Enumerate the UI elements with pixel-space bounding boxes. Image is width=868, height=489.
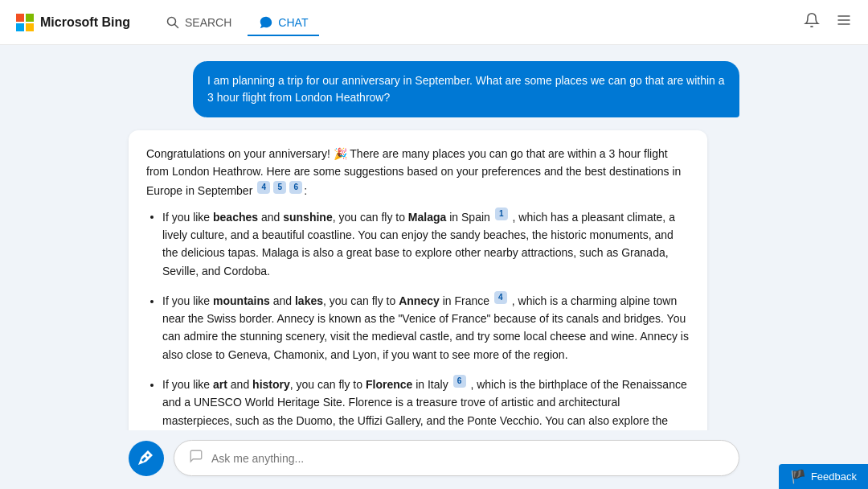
bold-art: art — [213, 378, 227, 391]
list-item-florence: If you like art and history, you can fly… — [162, 375, 690, 430]
header: Microsoft Bing SEARCH CHAT — [0, 0, 868, 45]
broom-icon — [137, 449, 156, 468]
bold-florence: Florence — [366, 378, 412, 391]
bottom-input-bar — [0, 430, 868, 489]
user-message-bubble: I am planning a trip for our anniversary… — [193, 61, 739, 117]
chat-text-input[interactable] — [211, 452, 724, 465]
chat-input-box[interactable] — [174, 440, 739, 476]
nav-chat[interactable]: CHAT — [248, 9, 319, 36]
destinations-list: If you like beaches and sunshine, you ca… — [162, 208, 690, 430]
search-nav-icon — [166, 15, 180, 30]
notification-bell-icon[interactable] — [804, 12, 820, 32]
list-item-malaga: If you like beaches and sunshine, you ca… — [162, 208, 690, 280]
header-right — [804, 12, 852, 32]
citation-4[interactable]: 4 — [257, 181, 270, 194]
citation-4b[interactable]: 4 — [494, 291, 507, 304]
bold-history: history — [252, 378, 290, 391]
bold-sunshine: sunshine — [283, 210, 332, 223]
flag-icon: 🏴 — [790, 469, 806, 484]
nav: SEARCH CHAT — [154, 9, 319, 36]
feedback-button[interactable]: 🏴 Feedback — [779, 464, 868, 489]
hamburger-menu-icon[interactable] — [836, 12, 852, 32]
bold-annecy: Annecy — [399, 294, 440, 307]
chat-nav-icon — [259, 15, 273, 30]
search-nav-label: SEARCH — [185, 16, 231, 29]
citation-1[interactable]: 1 — [495, 208, 508, 220]
bing-avatar — [129, 441, 164, 476]
citation-6[interactable]: 6 — [289, 181, 302, 194]
chat-area: I am planning a trip for our anniversary… — [0, 61, 868, 430]
bold-mountains: mountains — [213, 294, 270, 307]
logo-area: Microsoft Bing — [16, 14, 130, 31]
bold-lakes: lakes — [295, 294, 323, 307]
svg-line-1 — [175, 24, 178, 27]
list-item-annecy: If you like mountains and lakes, you can… — [162, 291, 690, 364]
bot-intro: Congratulations on your anniversary! 🎉 T… — [146, 145, 690, 199]
intro-colon: : — [304, 183, 307, 196]
nav-search[interactable]: SEARCH — [154, 9, 243, 36]
user-message-text: I am planning a trip for our anniversary… — [207, 74, 725, 104]
bot-intro-text: Congratulations on your anniversary! 🎉 T… — [146, 147, 681, 196]
microsoft-logo — [16, 14, 34, 31]
citation-6b[interactable]: 6 — [453, 375, 466, 388]
citation-5[interactable]: 5 — [273, 181, 286, 194]
bot-message-bubble: Congratulations on your anniversary! 🎉 T… — [129, 130, 707, 430]
chat-bubble-icon — [189, 449, 203, 467]
feedback-label: Feedback — [811, 471, 857, 483]
bold-beaches: beaches — [213, 210, 258, 223]
chat-nav-label: CHAT — [278, 16, 308, 29]
main-area: I am planning a trip for our anniversary… — [0, 45, 868, 489]
logo-text: Microsoft Bing — [40, 15, 130, 30]
bold-malaga: Malaga — [408, 210, 446, 223]
